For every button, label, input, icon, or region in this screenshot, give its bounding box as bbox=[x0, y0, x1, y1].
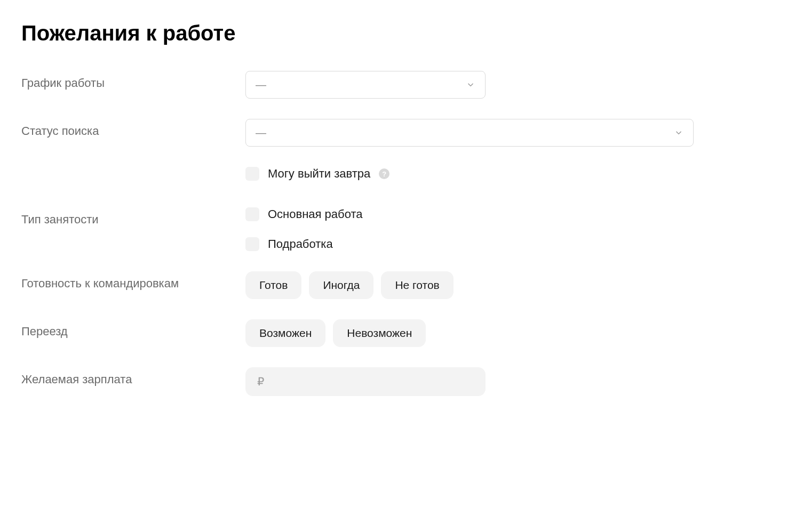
part-time-checkbox[interactable] bbox=[245, 237, 259, 251]
help-icon[interactable]: ? bbox=[379, 168, 389, 179]
schedule-select[interactable]: — bbox=[245, 71, 486, 99]
start-tomorrow-label: Могу выйти завтра bbox=[268, 167, 370, 181]
salary-row: Желаемая зарплата bbox=[21, 367, 715, 396]
business-trips-row: Готовность к командировкам Готов Иногда … bbox=[21, 271, 715, 299]
trips-ready-button[interactable]: Готов bbox=[245, 271, 301, 299]
employment-type-label: Тип занятости bbox=[21, 207, 245, 227]
relocation-row: Переезд Возможен Невозможен bbox=[21, 319, 715, 347]
chevron-down-icon bbox=[674, 128, 683, 138]
search-status-select[interactable]: — bbox=[245, 119, 694, 147]
start-tomorrow-row: Могу выйти завтра ? bbox=[245, 167, 715, 181]
main-job-label: Основная работа bbox=[268, 207, 362, 221]
business-trips-label: Готовность к командировкам bbox=[21, 271, 245, 291]
relocation-label: Переезд bbox=[21, 319, 245, 338]
salary-input[interactable] bbox=[245, 367, 486, 396]
schedule-select-value: — bbox=[256, 79, 466, 91]
main-job-checkbox[interactable] bbox=[245, 207, 259, 221]
schedule-row: График работы — bbox=[21, 71, 715, 99]
employment-type-row: Тип занятости Основная работа Подработка bbox=[21, 207, 715, 251]
start-tomorrow-checkbox[interactable] bbox=[245, 167, 259, 181]
trips-sometimes-button[interactable]: Иногда bbox=[309, 271, 373, 299]
schedule-label: График работы bbox=[21, 71, 245, 90]
search-status-row: Статус поиска — bbox=[21, 119, 715, 147]
search-status-label: Статус поиска bbox=[21, 119, 245, 138]
trips-not-ready-button[interactable]: Не готов bbox=[381, 271, 453, 299]
relocation-possible-button[interactable]: Возможен bbox=[245, 319, 325, 347]
salary-label: Желаемая зарплата bbox=[21, 367, 245, 386]
search-status-select-value: — bbox=[256, 127, 674, 139]
section-title: Пожелания к работе bbox=[21, 21, 715, 45]
relocation-impossible-button[interactable]: Невозможен bbox=[333, 319, 426, 347]
chevron-down-icon bbox=[466, 80, 475, 90]
part-time-label: Подработка bbox=[268, 237, 333, 251]
